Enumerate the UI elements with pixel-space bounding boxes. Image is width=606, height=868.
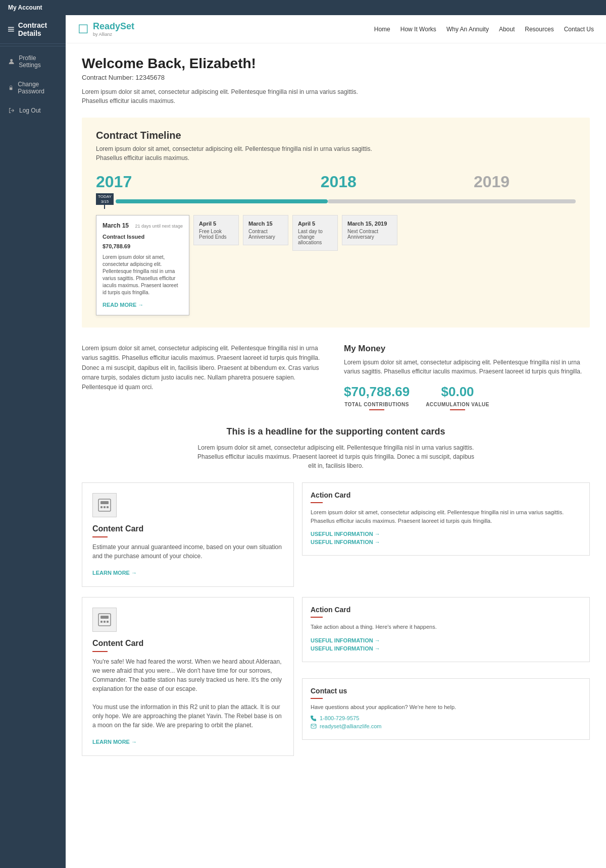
nav-resources[interactable]: Resources	[525, 26, 553, 33]
intro-text: Lorem ipsum dolor sit amet, consectetur …	[82, 87, 375, 105]
top-nav-links: Home How It Works Why An Annuity About R…	[374, 26, 594, 33]
learn-more-link-2[interactable]: LEARN MORE →	[92, 739, 137, 745]
contract-number: Contract Number: 12345678	[82, 74, 590, 81]
contact-underline	[311, 698, 323, 699]
timeline-bar-gray	[328, 199, 576, 203]
svg-rect-14	[107, 621, 109, 623]
event-card-3: March 15 Contract Anniversary	[243, 215, 288, 245]
phone-icon	[311, 715, 317, 721]
my-money-title: My Money	[344, 344, 590, 354]
action-link-2-1[interactable]: USEFUL INFORMATION →	[311, 637, 581, 643]
timeline-events: March 15 21 days until next stage Contra…	[96, 215, 576, 315]
nav-about[interactable]: About	[499, 26, 515, 33]
my-money-desc: Lorem ipsum dolor sit amet, consectetur …	[344, 358, 590, 376]
svg-rect-2	[8, 31, 14, 31]
event-title: Contract Issued	[103, 233, 183, 241]
nav-why-annuity[interactable]: Why An Annuity	[446, 26, 489, 33]
action-link-2-2[interactable]: USEFUL INFORMATION →	[311, 645, 581, 652]
event-text: Lorem ipsum dolor sit amet, consectetur …	[103, 254, 183, 296]
svg-rect-0	[8, 27, 14, 28]
supporting-desc: Lorem ipsum dolor sit amet, consectetur …	[194, 443, 477, 470]
content-card-1: Content Card Estimate your annual guaran…	[82, 482, 294, 587]
nav-contact[interactable]: Contact Us	[564, 26, 594, 33]
top-nav: ☐ ReadySet by Allianz Home How It Works …	[66, 15, 606, 43]
svg-rect-12	[100, 621, 103, 623]
accumulation-value-label: ACCUMULATION VALUE	[426, 402, 489, 407]
timeline-desc: Lorem ipsum dolor sit amet, consectetur …	[96, 144, 389, 162]
my-money-section: Lorem ipsum dolor sit amet, consectetur …	[82, 344, 590, 410]
action-card-1-text: Lorem ipsum dolor sit amet, consectetur …	[311, 508, 581, 525]
total-contributions-amount: $70,788.69	[344, 384, 410, 400]
lock-icon	[8, 84, 14, 91]
year-2019: 2019	[474, 173, 576, 191]
contact-email[interactable]: readyset@allianzlife.com	[311, 723, 581, 729]
accumulation-value-amount: $0.00	[426, 384, 489, 400]
read-more-link[interactable]: READ MORE →	[103, 301, 143, 309]
logo: ☐ ReadySet by Allianz	[78, 21, 134, 37]
email-icon	[311, 723, 317, 729]
cards-row-1: Content Card Estimate your annual guaran…	[82, 482, 590, 587]
calculator-icon	[96, 497, 113, 513]
logout-icon	[8, 107, 15, 114]
sidebar-item-profile[interactable]: Profile Settings	[0, 48, 66, 75]
person-icon	[8, 58, 15, 65]
accumulation-value-underline	[450, 409, 465, 410]
card-1-underline	[92, 536, 108, 537]
today-badge: TODAY 3/15	[96, 193, 114, 205]
action-card-2-text: Take action about a thing. Here's where …	[311, 623, 581, 631]
action-card-2-title: Action Card	[311, 606, 581, 614]
accumulation-value-block: $0.00 ACCUMULATION VALUE	[426, 384, 489, 410]
card-2-underline	[92, 651, 108, 652]
content-card-2: Content Card You're safe! We had feared …	[82, 597, 294, 756]
action-2-underline	[311, 617, 323, 618]
svg-rect-6	[100, 501, 109, 504]
event-amount: $70,788.69	[103, 243, 183, 250]
year-2017: 2017	[96, 173, 321, 191]
sidebar-item-label: Log Out	[19, 107, 41, 114]
content-card-2-text: You're safe! We had feared the worst. Wh…	[92, 657, 283, 730]
timeline-title: Contract Timeline	[96, 130, 576, 141]
action-card-2: Action Card Take action about a thing. H…	[302, 597, 590, 662]
cards-row-2: Content Card You're safe! We had feared …	[82, 597, 590, 756]
total-contributions-block: $70,788.69 TOTAL CONTRIBUTIONS	[344, 384, 410, 410]
event-card-5: March 15, 2019 Next Contract Anniversary	[342, 215, 397, 245]
total-contributions-underline	[369, 409, 384, 410]
card-icon-2	[92, 608, 117, 632]
svg-rect-9	[107, 506, 109, 508]
action-link-1-1[interactable]: USEFUL INFORMATION →	[311, 531, 581, 537]
sidebar-item-label: Profile Settings	[19, 55, 58, 69]
sidebar-item-label: Change Password	[18, 81, 58, 95]
svg-rect-1	[8, 29, 14, 29]
sidebar-item-password[interactable]: Change Password	[0, 75, 66, 101]
nav-home[interactable]: Home	[374, 26, 390, 33]
money-values: $70,788.69 TOTAL CONTRIBUTIONS $0.00 ACC…	[344, 384, 590, 410]
action-card-1: Action Card Lorem ipsum dolor sit amet, …	[302, 482, 590, 556]
event-card-2: April 5 Free Look Period Ends	[193, 215, 239, 245]
card-icon-1	[92, 493, 117, 517]
timeline-section: Contract Timeline Lorem ipsum dolor sit …	[82, 118, 590, 328]
contact-card: Contact us Have questions about your app…	[302, 678, 590, 740]
logo-text: ReadySet	[93, 21, 134, 32]
page-content: Welcome Back, Elizabeth! Contract Number…	[66, 43, 606, 868]
action-1-underline	[311, 502, 323, 503]
contact-card-text: Have questions about your application? W…	[311, 704, 581, 710]
right-col-1: Action Card Lorem ipsum dolor sit amet, …	[302, 482, 590, 556]
action-link-1-2[interactable]: USEFUL INFORMATION →	[311, 539, 581, 545]
svg-rect-7	[100, 506, 103, 508]
nav-how-it-works[interactable]: How It Works	[400, 26, 436, 33]
event-card-4: April 5 Last day to change allocations	[292, 215, 338, 251]
event-date: March 15	[103, 222, 129, 230]
right-col-2: Action Card Take action about a thing. H…	[302, 597, 590, 740]
svg-rect-10	[98, 614, 111, 626]
email-address: readyset@allianzlife.com	[320, 723, 381, 729]
contact-phone[interactable]: 1-800-729-9575	[311, 715, 581, 721]
calculator-icon-2	[96, 612, 113, 628]
sidebar-item-logout[interactable]: Log Out	[0, 101, 66, 120]
learn-more-link-1[interactable]: LEARN MORE →	[92, 570, 137, 576]
welcome-title: Welcome Back, Elizabeth!	[82, 56, 590, 72]
logo-bracket: ☐	[78, 23, 89, 35]
sidebar-header[interactable]: Contract Details	[0, 15, 66, 44]
menu-icon	[8, 25, 14, 33]
svg-rect-13	[104, 621, 106, 623]
sidebar-title: Contract Details	[18, 21, 58, 37]
